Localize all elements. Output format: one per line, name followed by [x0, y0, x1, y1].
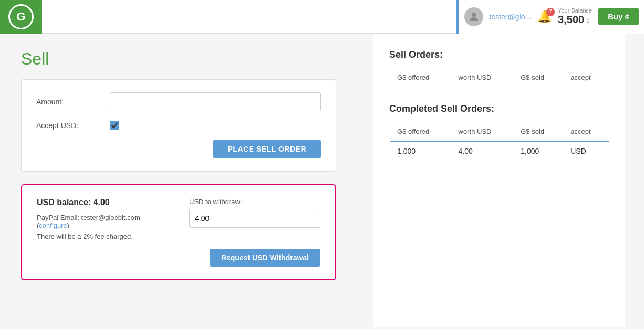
logo-area[interactable]: G	[0, 0, 42, 34]
sell-orders-title: Sell Orders:	[389, 49, 609, 60]
completed-col-gs-sold: G$ sold	[513, 122, 563, 142]
sell-col-gs-offered: G$ offered	[390, 68, 451, 88]
place-sell-order-button[interactable]: PLACE SELL ORDER	[213, 140, 321, 158]
withdrawal-right: USD to withdraw:	[189, 198, 320, 228]
fee-note: There will be a 2% fee charged.	[37, 232, 168, 240]
sell-orders-header-row: G$ offered worth USD G$ sold accept	[390, 68, 609, 88]
sell-col-worth-usd: worth USD	[451, 68, 514, 88]
gs-offered-cell: 1,000	[390, 141, 451, 161]
right-panel: Sell Orders: G$ offered worth USD G$ sol…	[373, 34, 625, 327]
table-row: 1,000 4.00 1,000 USD	[390, 141, 609, 161]
withdrawal-left: USD balance: 4.00 PayPal Email: tester@g…	[37, 198, 168, 240]
paypal-suffix: )	[67, 221, 69, 229]
page-title: Sell	[21, 49, 352, 69]
usd-balance-label: USD balance: 4.00	[37, 198, 168, 207]
amount-label: Amount:	[36, 98, 110, 106]
buy-button[interactable]: Buy ¢	[598, 8, 639, 25]
balance-amount: 3,500	[558, 14, 584, 25]
avatar	[464, 7, 483, 26]
accept-cell: USD	[563, 141, 609, 161]
balance-currency: ¢	[586, 17, 590, 25]
withdrawal-bottom: Request USD Withdrawal	[37, 249, 320, 267]
logo-g-letter: G	[16, 10, 25, 24]
completed-orders-title: Completed Sell Orders:	[389, 103, 609, 114]
accept-usd-label: Accept USD:	[36, 121, 110, 130]
gs-sold-cell: 1,000	[513, 141, 563, 161]
notification-count: 7	[546, 8, 555, 16]
place-order-row: PLACE SELL ORDER	[36, 140, 321, 158]
main-layout: Sell Amount: Accept USD: PLACE SELL ORDE…	[0, 34, 644, 327]
balance-value-row: 3,500 ¢	[558, 14, 592, 26]
worth-usd-cell: 4.00	[451, 141, 514, 161]
balance-section: Your Balance 3,500 ¢	[558, 7, 592, 26]
completed-orders-header-row: G$ offered worth USD G$ sold accept	[390, 122, 609, 142]
logo-icon: G	[8, 4, 34, 29]
amount-row: Amount:	[36, 92, 321, 111]
configure-paypal-link[interactable]: configure	[39, 221, 67, 229]
request-withdrawal-button[interactable]: Request USD Withdrawal	[210, 249, 320, 267]
withdrawal-card: USD balance: 4.00 PayPal Email: tester@g…	[21, 184, 336, 280]
accept-usd-checkbox[interactable]	[110, 121, 119, 130]
sell-orders-table: G$ offered worth USD G$ sold accept	[389, 68, 609, 88]
header-right: tester@glo... 🔔 7 Your Balance 3,500 ¢ B…	[459, 0, 644, 34]
balance-label: Your Balance	[558, 7, 592, 14]
amount-input[interactable]	[110, 92, 321, 111]
completed-col-worth-usd: worth USD	[451, 122, 514, 142]
left-panel: Sell Amount: Accept USD: PLACE SELL ORDE…	[0, 34, 373, 327]
completed-col-accept: accept	[563, 122, 609, 142]
usd-to-withdraw-input[interactable]	[189, 209, 320, 228]
username-label[interactable]: tester@glo...	[490, 13, 532, 21]
completed-orders-table: G$ offered worth USD G$ sold accept 1,00…	[389, 122, 609, 161]
header: G tester@glo... 🔔 7 Your Balance 3,500 ¢…	[0, 0, 644, 34]
withdrawal-inner: USD balance: 4.00 PayPal Email: tester@g…	[37, 198, 320, 240]
paypal-email-row: PayPal Email: tester@gloebit.com (config…	[37, 214, 168, 229]
completed-col-gs-offered: G$ offered	[390, 122, 451, 142]
sell-form-card: Amount: Accept USD: PLACE SELL ORDER	[21, 79, 336, 172]
usd-to-withdraw-label: USD to withdraw:	[189, 198, 320, 206]
svg-point-0	[472, 13, 476, 17]
notification-bell-button[interactable]: 🔔 7	[537, 10, 552, 24]
sell-col-gs-sold: G$ sold	[513, 68, 563, 88]
sell-col-accept: accept	[563, 68, 609, 88]
accept-usd-row: Accept USD:	[36, 121, 321, 130]
